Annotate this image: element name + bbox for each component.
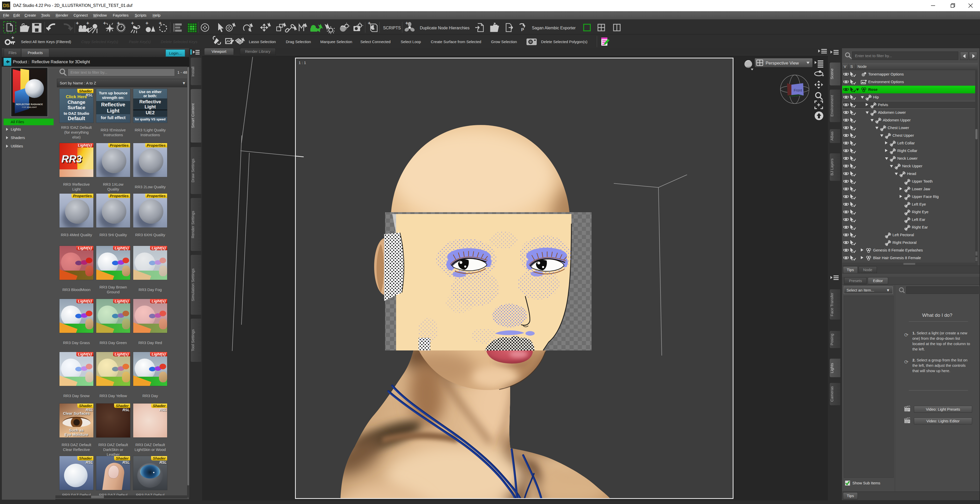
svg-text:+: + — [131, 21, 134, 26]
svg-text:Sagan Alembic Exporter: Sagan Alembic Exporter — [532, 26, 576, 30]
svg-text:+: + — [405, 21, 408, 26]
svg-text:SCRIPTS: SCRIPTS — [383, 26, 401, 30]
svg-text:+: + — [86, 21, 89, 26]
svg-text:+: + — [145, 21, 148, 26]
svg-text:+: + — [103, 21, 106, 26]
svg-text:+: + — [76, 21, 79, 26]
svg-text:P: P — [521, 27, 524, 32]
svg-text:Perspective View: Perspective View — [765, 61, 799, 65]
svg-text:+: + — [11, 35, 14, 41]
svg-text:Front: Front — [794, 88, 802, 92]
svg-text:Duplicate Node Hierarchies: Duplicate Node Hierarchies — [420, 26, 469, 30]
